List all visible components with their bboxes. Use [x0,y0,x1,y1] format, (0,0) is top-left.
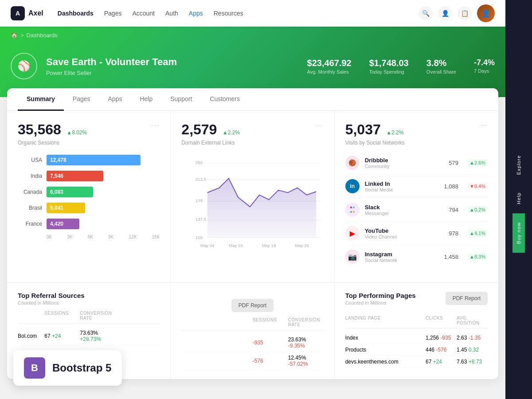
metric-value-sessions: 35,568 ▲8.02% [18,121,87,138]
ref-conv-bolcom: 73.63% +28.73% [80,330,115,342]
referral-subtitle: Counted in Millions [18,300,160,305]
nav-auth[interactable]: Auth [165,8,178,19]
ref-col-conv: CONVERSION RATE [80,311,115,321]
tab-support[interactable]: Support [161,88,201,111]
home-icon[interactable]: 🏠 [11,32,18,39]
bar-fill-brasil: 5,041 [47,203,85,213]
pdf-report-button-2[interactable]: PDF Report [446,292,488,305]
buy-now-button[interactable]: Buy now [512,213,525,253]
tab-help[interactable]: Help [131,88,161,111]
tp-row-products: Products 446 -576 1.45 0.32 [345,344,488,356]
main-card: Summary Pages Apps Help Support Customer… [7,88,498,379]
tp-col-avg: AVG. POSITION [457,316,488,325]
instagram-change: ▲8.3% [467,253,488,260]
ref-sessions-bolcom: 67 +24 [44,333,80,339]
top-pages-title: Top Performing Pages [345,292,416,299]
bar-track-canada: 6,083 [47,187,160,197]
metric-header-social: 5,037 ▲2.2% ··· [345,121,488,138]
pdf-report-button[interactable]: PDF Report [231,299,274,312]
notifications-button[interactable]: 👤 [438,6,452,20]
links-label: Domain External Links [181,140,323,146]
side-panel: Explore Help Buy now [505,0,532,399]
bootstrap-icon: B [24,357,45,379]
sessions-row-1: -935 23.63% -9.35% [181,334,323,352]
stat-sales-value: $23,467.92 [307,58,352,68]
nav-account[interactable]: Account [132,8,155,19]
help-button[interactable]: Help [512,184,525,213]
linkedin-name: Linked In [365,180,439,187]
bar-label-brasil: Brasil [18,205,42,211]
bar-track-brasil: 5,041 [47,203,160,213]
line-chart-svg: 250 212.5 175 137.5 100 [181,155,323,250]
line-chart: 250 212.5 175 137.5 100 [181,155,323,251]
sessions-more[interactable]: ··· [151,121,160,129]
hero-logo-symbol: ⚾ [17,60,31,72]
dribbble-name: Dribbble [365,157,444,164]
slack-change: ▲0.2% [467,206,488,213]
breadcrumb: 🏠 > Dashboards [11,27,495,44]
youtube-change: ▲4.1% [467,230,488,237]
sessions-conv-header: SESSIONS CONVERSION RATE [181,317,323,330]
slack-name: Slack [365,204,444,211]
axis-9k: 9K [108,235,113,239]
bar-label-india: India [18,173,42,179]
metric-header-links: 2,579 ▲2.2% ··· [181,121,323,138]
explore-button[interactable]: Explore [512,146,525,184]
sessions-number: 35,568 [18,121,61,137]
bar-label-canada: Canada [18,189,42,195]
instagram-name: Instagram [365,251,439,258]
bootstrap-text: Bootstrap 5 [52,362,111,374]
tab-customers[interactable]: Customers [201,88,249,111]
bar-india: India 7,546 [18,171,160,181]
bar-fill-usa: 12,478 [47,155,141,165]
bar-fill-india: 7,546 [47,171,103,181]
slack-info: Slack Messanger [365,204,444,216]
nav-pages[interactable]: Pages [104,8,122,19]
social-row-youtube: ▶ YouTube Video Channel 978 ▲4.1% [345,222,488,245]
hero-stat-7days: -7.4% 7 Days [474,58,495,74]
tp-devs-avg: 7.63 +8.73 [457,359,488,365]
tab-pages[interactable]: Pages [64,88,99,111]
instagram-info: Instagram Social Network [365,251,439,263]
user-avatar[interactable]: 👤 [477,4,495,22]
bar-brasil: Brasil 5,041 [18,203,160,213]
social-change: ▲2.2% [386,129,403,136]
nav-dashboards[interactable]: Dashboards [58,8,94,19]
nav-resources[interactable]: Resources [214,8,243,19]
slack-type: Messanger [365,211,444,216]
metric-organic-sessions: 35,568 ▲8.02% ··· Organic Sessions USA 1… [7,111,171,279]
search-button[interactable]: 🔍 [419,6,433,20]
top-pages-table-header: LANDING PAGE CLICKS AVG. POSITION [345,316,488,329]
youtube-name: YouTube [365,227,444,234]
top-navigation: A Axel Dashboards Pages Account Auth App… [0,0,505,27]
axis-15k: 15K [152,235,160,239]
bar-label-usa: USA [18,157,42,163]
referral-row-bolcom: Bol.com 67 +24 73.63% +28.73% [18,327,160,345]
links-more[interactable]: ··· [315,121,323,129]
ref-col-extra [115,311,160,321]
nav-right: 🔍 👤 📋 👤 [419,4,495,22]
tab-apps[interactable]: Apps [99,88,131,111]
nav-apps[interactable]: Apps [189,8,203,19]
hero-logo: ⚾ [11,53,37,79]
breadcrumb-current: Dashboards [27,32,58,39]
metric-header-sessions: 35,568 ▲8.02% ··· [18,121,160,138]
metric-value-links: 2,579 ▲2.2% [181,121,240,138]
logo-area[interactable]: A Axel [11,6,43,20]
ref-col-name [18,311,44,321]
social-more[interactable]: ··· [479,121,488,129]
pdf-report-panel: PDF Report SESSIONS CONVERSION RATE -935… [171,283,334,379]
stat-spending-value: $1,748.03 [369,58,409,68]
social-row-linkedin: in Linked In Social Media 1,088 ▼0.4% [345,175,488,198]
linkedin-type: Social Media [365,187,439,192]
tp-index-page: Index [345,335,426,341]
settings-button[interactable]: 📋 [458,6,472,20]
metric-value-social: 5,037 ▲2.2% [345,121,404,138]
tab-summary[interactable]: Summary [18,88,64,111]
top-pages-titles: Top Performing Pages Counted in Millions [345,292,416,305]
stat-7days-label: 7 Days [474,68,495,74]
tp-index-avg: 2.63 -1.35 [457,335,488,341]
tp-products-clicks: 446 -576 [426,347,457,353]
svg-text:May 18: May 18 [262,243,276,248]
social-row-slack: Slack Messanger 794 ▲0.2% [345,198,488,222]
